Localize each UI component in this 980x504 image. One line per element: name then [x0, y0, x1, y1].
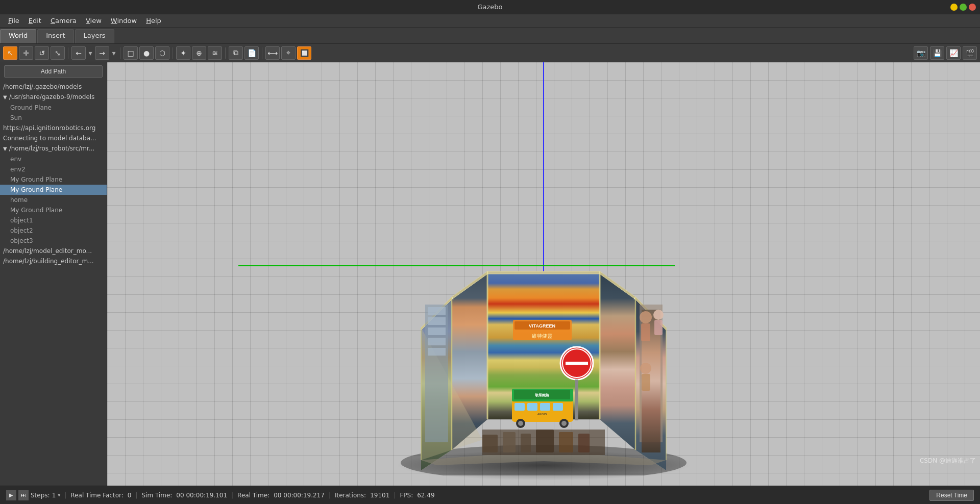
- svg-rect-56: [425, 305, 448, 442]
- svg-rect-51: [503, 432, 516, 452]
- svg-rect-41: [527, 403, 537, 411]
- minimize-button[interactable]: [950, 4, 958, 11]
- tab-layers[interactable]: Layers: [75, 29, 114, 43]
- tool-scale[interactable]: ⤡: [51, 46, 65, 60]
- svg-text:維特健靈: 維特健靈: [531, 333, 552, 339]
- add-path-button[interactable]: Add Path: [4, 65, 103, 78]
- svg-point-68: [640, 363, 651, 374]
- fps-label: FPS:: [400, 492, 413, 499]
- tool-sphere[interactable]: ●: [139, 46, 154, 60]
- tool-rotate[interactable]: ↺: [35, 46, 49, 60]
- sidebar-item-my-ground-1[interactable]: My Ground Plane: [0, 174, 107, 185]
- svg-rect-61: [428, 348, 446, 356]
- full-scene: VITAGREEN 維特健靈 敬業鐵路: [107, 62, 980, 486]
- sidebar-item-building-editor[interactable]: /home/lzj/building_editor_m...: [0, 256, 107, 266]
- svg-point-45: [518, 421, 523, 426]
- svg-rect-57: [428, 307, 446, 315]
- status-sep-5: |: [394, 492, 396, 499]
- tool-record[interactable]: 🎬: [963, 46, 977, 60]
- content-area: VITAGREEN 維特健靈 敬業鐵路: [107, 62, 980, 486]
- steps-value: 1: [52, 492, 56, 499]
- steps-label: Steps:: [31, 492, 50, 499]
- app-title: Gazebo: [477, 3, 502, 11]
- tool-translate[interactable]: ✛: [19, 46, 33, 60]
- tool-save-view[interactable]: 💾: [930, 46, 944, 60]
- sidebar-item-connecting[interactable]: Connecting to model databa...: [0, 133, 107, 143]
- window-controls: [950, 4, 976, 11]
- sidebar-item-model-editor[interactable]: /home/lzj/model_editor_mo...: [0, 246, 107, 256]
- toolbar-sep-3: [173, 47, 173, 59]
- tool-orange[interactable]: 🔲: [297, 46, 311, 60]
- tool-dirlight[interactable]: ⊕: [192, 46, 206, 60]
- svg-point-64: [640, 311, 652, 323]
- menu-edit[interactable]: Edit: [24, 16, 45, 26]
- tab-world[interactable]: World: [0, 29, 36, 43]
- svg-text:敬業鐵路: 敬業鐵路: [534, 393, 550, 397]
- tool-select[interactable]: ↖: [3, 46, 17, 60]
- realtime-factor-label: Real Time Factor:: [70, 492, 123, 499]
- fps-value: 62.49: [417, 492, 434, 499]
- menu-file[interactable]: File: [4, 16, 23, 26]
- sidebar-item-gazebo-models[interactable]: /home/lzj/.gazebo/models: [0, 82, 107, 92]
- sidebar-item-env2[interactable]: env2: [0, 164, 107, 174]
- tool-paste[interactable]: 📄: [244, 46, 259, 60]
- menu-view[interactable]: View: [82, 16, 106, 26]
- toolbar-sep-4: [225, 47, 226, 59]
- tool-plot[interactable]: 📈: [946, 46, 961, 60]
- menu-window[interactable]: Window: [107, 16, 141, 26]
- tool-undo[interactable]: ←: [71, 46, 86, 60]
- scene-canvas[interactable]: VITAGREEN 維特健靈 敬業鐵路: [107, 62, 980, 486]
- steps-arrow[interactable]: ▾: [58, 492, 60, 498]
- tool-redo[interactable]: →: [95, 46, 109, 60]
- step-button[interactable]: ⏭: [18, 490, 29, 500]
- status-sep-3: |: [231, 492, 233, 499]
- sidebar-item-my-ground-3[interactable]: My Ground Plane: [0, 205, 107, 215]
- tool-redo-dropdown[interactable]: ▾: [111, 46, 117, 60]
- svg-rect-53: [536, 430, 554, 452]
- svg-text:VITAGREEN: VITAGREEN: [529, 323, 555, 329]
- tab-bar: World Insert Layers: [0, 28, 980, 44]
- sidebar-item-object1[interactable]: object1: [0, 215, 107, 225]
- tab-insert[interactable]: Insert: [37, 29, 74, 43]
- realtime-factor-value: 0: [128, 492, 132, 499]
- tool-copy[interactable]: ⧉: [229, 46, 243, 60]
- tool-snap[interactable]: ⌖: [281, 46, 296, 60]
- sidebar-item-env[interactable]: env: [0, 154, 107, 164]
- sidebar-item-home[interactable]: home: [0, 195, 107, 205]
- real-time-value: 00 00:00:19.217: [274, 492, 325, 499]
- sidebar-item-usr-share[interactable]: ▼/usr/share/gazebo-9/models: [0, 92, 107, 103]
- sidebar-item-object3[interactable]: object3: [0, 236, 107, 246]
- svg-rect-35: [575, 380, 578, 420]
- tool-cylinder[interactable]: ⬡: [155, 46, 169, 60]
- sidebar-item-ignition[interactable]: https://api.ignitionrobotics.org: [0, 123, 107, 133]
- svg-rect-54: [559, 432, 573, 452]
- tool-screenshot[interactable]: 📷: [914, 46, 928, 60]
- play-button[interactable]: ▶: [6, 490, 16, 500]
- tool-spotlight[interactable]: ≋: [208, 46, 222, 60]
- svg-rect-69: [642, 374, 650, 391]
- maximize-button[interactable]: [960, 4, 967, 11]
- svg-point-47: [561, 421, 567, 426]
- svg-rect-59: [428, 327, 446, 335]
- menu-bar: File Edit Camera View Window Help: [0, 14, 980, 28]
- svg-rect-65: [641, 323, 650, 341]
- tool-box[interactable]: □: [124, 46, 138, 60]
- close-button[interactable]: [969, 4, 976, 11]
- watermark: CSDN @迪迦谁占了: [920, 457, 976, 465]
- tool-align[interactable]: ⟷: [265, 46, 280, 60]
- sidebar-item-sun[interactable]: Sun: [0, 113, 107, 123]
- tool-undo-dropdown[interactable]: ▾: [87, 46, 93, 60]
- sidebar-item-object2[interactable]: object2: [0, 225, 107, 236]
- status-sep-2: |: [135, 492, 137, 499]
- menu-help[interactable]: Help: [142, 16, 165, 26]
- svg-rect-40: [514, 403, 525, 411]
- sidebar-content: /home/lzj/.gazebo/models ▼/usr/share/gaz…: [0, 81, 107, 486]
- sidebar-item-ground-plane-1[interactable]: Ground Plane: [0, 103, 107, 113]
- svg-text:AEGIS: AEGIS: [537, 413, 547, 416]
- tool-pointlight[interactable]: ✦: [176, 46, 190, 60]
- sidebar-item-my-ground-2-highlight[interactable]: My Ground Plane: [0, 185, 107, 195]
- menu-camera[interactable]: Camera: [46, 16, 81, 26]
- svg-rect-43: [553, 403, 563, 411]
- reset-time-button[interactable]: Reset Time: [929, 490, 974, 501]
- sidebar-item-ros-robot[interactable]: ▼/home/lzj/ros_robot/src/mr...: [0, 143, 107, 154]
